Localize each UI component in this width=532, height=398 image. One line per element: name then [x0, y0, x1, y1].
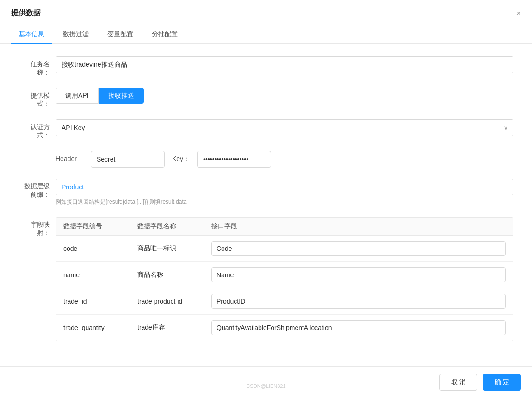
header-key-inline: Header： Key： — [56, 151, 513, 168]
table-row: code 商品唯一标识 — [56, 236, 513, 262]
field-mapping-label: 字段映射： — [19, 217, 56, 237]
auth-mode-control: API Key — [56, 119, 513, 136]
row2-code: trade_id — [56, 292, 130, 311]
data-prefix-row: 数据层级前缀： 例如接口返回结构是{result:{data:[...]}} 则… — [19, 179, 513, 206]
data-prefix-input[interactable] — [56, 179, 513, 195]
auth-mode-select[interactable]: API Key — [56, 119, 513, 136]
row2-field — [204, 288, 513, 314]
supply-mode-control: 调用API 接收推送 — [56, 88, 513, 104]
supply-mode-label: 提供模式： — [19, 88, 56, 108]
row1-field-input[interactable] — [211, 267, 506, 282]
dialog-footer: 取 消 确 定 — [0, 366, 532, 398]
cancel-button[interactable]: 取 消 — [439, 374, 477, 391]
watermark: CSDN@LIEN321 — [246, 383, 285, 389]
auth-mode-select-wrapper: API Key — [56, 119, 513, 136]
table-row: trade_quantity trade库存 — [56, 315, 513, 341]
supply-mode-push-button[interactable]: 接收推送 — [99, 88, 144, 104]
row3-field — [204, 315, 513, 341]
task-name-label: 任务名称： — [19, 56, 56, 77]
row1-field — [204, 262, 513, 288]
task-name-input[interactable] — [56, 56, 513, 73]
header-label: Header： — [56, 155, 83, 163]
supply-mode-btn-group: 调用API 接收推送 — [56, 88, 513, 104]
dialog-title: 提供数据 — [11, 8, 41, 18]
data-prefix-hint: 例如接口返回结构是{result:{data:[...]}} 则填result.… — [56, 198, 513, 206]
table-header-field: 接口字段 — [204, 218, 513, 235]
dialog-body: 任务名称： 提供模式： 调用API 接收推送 认证方式： API Key — [0, 44, 532, 366]
field-mapping-control: 数据字段编号 数据字段名称 接口字段 code 商品唯一标识 na — [56, 217, 513, 341]
tabs-bar: 基本信息 数据过滤 变量配置 分批配置 — [0, 25, 532, 44]
row0-code: code — [56, 239, 130, 258]
row0-field — [204, 236, 513, 261]
supply-mode-api-button[interactable]: 调用API — [56, 88, 99, 104]
field-mapping-row: 字段映射： 数据字段编号 数据字段名称 接口字段 code 商品唯一标识 — [19, 217, 513, 341]
table-row: trade_id trade product id — [56, 288, 513, 315]
task-name-control — [56, 56, 513, 73]
table-row: name 商品名称 — [56, 262, 513, 288]
auth-mode-label: 认证方式： — [19, 119, 56, 140]
confirm-button[interactable]: 确 定 — [483, 374, 521, 391]
row3-code: trade_quantity — [56, 318, 130, 337]
row0-name: 商品唯一标识 — [130, 239, 204, 258]
tab-variable-config[interactable]: 变量配置 — [100, 25, 141, 43]
header-key-label-spacer — [19, 151, 56, 155]
dialog: 提供数据 × 基本信息 数据过滤 变量配置 分批配置 任务名称： 提供模式： — [0, 0, 532, 398]
table-header-code: 数据字段编号 — [56, 218, 130, 235]
row0-field-input[interactable] — [211, 241, 506, 256]
data-prefix-control: 例如接口返回结构是{result:{data:[...]}} 则填result.… — [56, 179, 513, 206]
field-mapping-table: 数据字段编号 数据字段名称 接口字段 code 商品唯一标识 na — [56, 217, 513, 341]
row2-name: trade product id — [130, 292, 204, 311]
table-header: 数据字段编号 数据字段名称 接口字段 — [56, 218, 513, 236]
row2-field-input[interactable] — [211, 294, 506, 309]
row3-name: trade库存 — [130, 318, 204, 337]
header-key-control: Header： Key： — [56, 151, 513, 168]
supply-mode-row: 提供模式： 调用API 接收推送 — [19, 88, 513, 108]
dialog-header: 提供数据 × — [0, 0, 532, 18]
header-key-row: Header： Key： — [19, 151, 513, 168]
header-input[interactable] — [91, 151, 165, 168]
key-input[interactable] — [197, 151, 271, 168]
task-name-row: 任务名称： — [19, 56, 513, 77]
auth-mode-row: 认证方式： API Key — [19, 119, 513, 140]
tab-basic-info[interactable]: 基本信息 — [11, 25, 52, 43]
row1-code: name — [56, 266, 130, 284]
key-label: Key： — [172, 155, 190, 163]
row3-field-input[interactable] — [211, 320, 506, 335]
row1-name: 商品名称 — [130, 265, 204, 285]
tab-batch-config[interactable]: 分批配置 — [144, 25, 185, 43]
close-button[interactable]: × — [516, 9, 521, 18]
data-prefix-label: 数据层级前缀： — [19, 179, 56, 199]
tab-data-filter[interactable]: 数据过滤 — [56, 25, 96, 43]
table-header-name: 数据字段名称 — [130, 218, 204, 235]
